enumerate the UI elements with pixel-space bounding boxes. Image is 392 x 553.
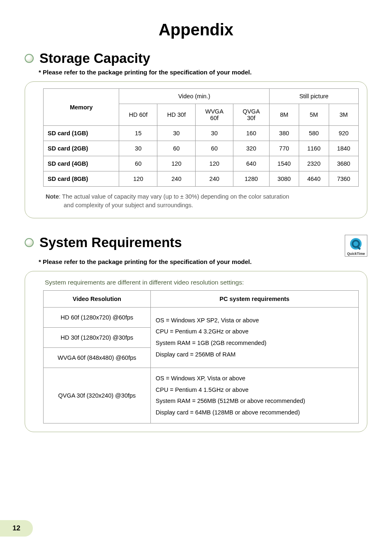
req-high: OS = Windows XP SP2, Vista or above CPU …	[150, 308, 358, 368]
table-row: QVGA 30f (320x240) @30fps OS = Windows X…	[44, 368, 359, 423]
req-line: System RAM = 1GB (2GB recommended)	[156, 340, 267, 346]
sysreq-panel: System requirements are different in dif…	[25, 271, 367, 432]
cell: 120	[157, 156, 196, 171]
cell: 60	[196, 141, 233, 156]
table-header-row: Video Resolution PC system requirements	[44, 291, 359, 308]
sysreq-table: Video Resolution PC system requirements …	[43, 290, 359, 423]
col-3m: 3M	[329, 104, 358, 126]
cell: 3680	[329, 156, 358, 171]
col-still-group: Still picture	[269, 89, 358, 104]
cell: 120	[119, 171, 157, 187]
cell: 3080	[269, 171, 299, 187]
cell: 60	[119, 156, 157, 171]
cell: 1160	[299, 141, 329, 156]
cell: 1840	[329, 141, 358, 156]
req-line: OS = Windows XP SP2, Vista or above	[156, 317, 259, 324]
cell: 120	[196, 156, 233, 171]
cell: 30	[157, 126, 196, 141]
storage-table: Memory Video (min.) Still picture HD 60f…	[43, 88, 359, 187]
col-hd30: HD 30f	[157, 104, 196, 126]
storage-subnote: * Please refer to the package printing f…	[39, 69, 367, 76]
req-low: OS = Windows XP, Vista or above CPU = Pe…	[150, 368, 358, 423]
cell: 30	[196, 126, 233, 141]
vr-hd30: HD 30f (1280x720) @30fps	[44, 328, 151, 348]
row-label: SD card (1GB)	[44, 126, 119, 141]
table-row: SD card (1GB) 15 30 30 160 380 580 920	[44, 126, 359, 141]
cell: 15	[119, 126, 157, 141]
sysreq-subnote: * Please refer to the package printing f…	[39, 258, 367, 265]
note-line1: : The actual value of capacity may vary …	[59, 193, 289, 200]
table-row: SD card (4GB) 60 120 120 640 1540 2320 3…	[44, 156, 359, 171]
cell: 920	[329, 126, 358, 141]
quicktime-label: QuickTime	[347, 252, 365, 256]
vr-qvga: QVGA 30f (320x240) @30fps	[44, 368, 151, 423]
cell: 2320	[299, 156, 329, 171]
cell: 160	[233, 126, 269, 141]
quicktime-badge: QuickTime	[345, 235, 367, 257]
note-line2: and complexity of your subject and surro…	[64, 202, 193, 208]
req-line: CPU = Pentium 4 1.5GHz or above	[156, 386, 249, 393]
page-number: 12	[0, 520, 33, 537]
table-row: SD card (2GB) 30 60 60 320 770 1160 1840	[44, 141, 359, 156]
row-label: SD card (2GB)	[44, 141, 119, 156]
cell: 380	[269, 126, 299, 141]
cell: 640	[233, 156, 269, 171]
cell: 320	[233, 141, 269, 156]
sysreq-heading: System Requirements	[39, 235, 182, 250]
cell: 240	[196, 171, 233, 187]
req-line: OS = Windows XP, Vista or above	[156, 375, 245, 382]
row-label: SD card (4GB)	[44, 156, 119, 171]
req-line: System RAM = 256MB (512MB or above recom…	[156, 398, 305, 404]
cell: 770	[269, 141, 299, 156]
quicktime-icon	[348, 236, 363, 251]
bullet-icon	[25, 238, 34, 247]
col-wvga: WVGA 60f	[196, 104, 233, 126]
col-qvga: QVGA 30f	[233, 104, 269, 126]
cell: 1280	[233, 171, 269, 187]
storage-panel: Memory Video (min.) Still picture HD 60f…	[25, 81, 367, 218]
sysreq-heading-row: System Requirements	[25, 235, 345, 250]
req-line: CPU = Pentium 4 3.2GHz or above	[156, 328, 249, 335]
col-hd60: HD 60f	[119, 104, 157, 126]
cell: 1540	[269, 156, 299, 171]
cell: 580	[299, 126, 329, 141]
col-memory: Memory	[44, 89, 119, 126]
storage-note: Note: The actual value of capacity may v…	[46, 192, 359, 210]
req-line: Display card = 64MB (128MB or above reco…	[156, 409, 300, 416]
col-video-resolution: Video Resolution	[44, 291, 151, 308]
req-line: Display card = 256MB of RAM	[156, 351, 236, 358]
col-5m: 5M	[299, 104, 329, 126]
col-8m: 8M	[269, 104, 299, 126]
row-label: SD card (8GB)	[44, 171, 119, 187]
vr-wvga: WVGA 60f (848x480) @60fps	[44, 348, 151, 368]
bullet-icon	[25, 54, 34, 63]
col-pc-requirements: PC system requirements	[150, 291, 358, 308]
storage-heading-row: Storage Capacity	[25, 51, 367, 66]
sysreq-intro: System requirements are different in dif…	[45, 279, 359, 286]
cell: 240	[157, 171, 196, 187]
cell: 60	[157, 141, 196, 156]
table-header-row: Memory Video (min.) Still picture	[44, 89, 359, 104]
storage-heading: Storage Capacity	[39, 51, 150, 66]
vr-hd60: HD 60f (1280x720) @60fps	[44, 308, 151, 328]
cell: 4640	[299, 171, 329, 187]
note-label: Note	[46, 193, 59, 200]
table-row: HD 60f (1280x720) @60fps OS = Windows XP…	[44, 308, 359, 328]
table-row: SD card (8GB) 120 240 240 1280 3080 4640…	[44, 171, 359, 187]
page: Appendix Storage Capacity * Please refer…	[0, 0, 392, 553]
cell: 30	[119, 141, 157, 156]
cell: 7360	[329, 171, 358, 187]
col-video-group: Video (min.)	[119, 89, 269, 104]
page-title: Appendix	[25, 21, 367, 39]
